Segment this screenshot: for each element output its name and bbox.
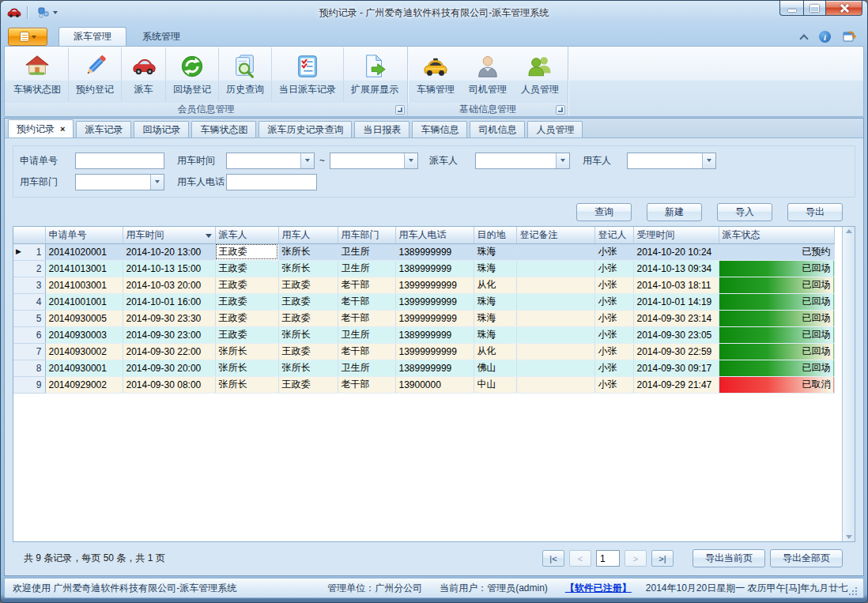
cell-status[interactable]: 已回场: [719, 360, 834, 376]
table-row[interactable]: 7201409300022014-09-30 22:00张所长王政委老干部139…: [13, 343, 834, 360]
cell-destination[interactable]: 珠海: [474, 260, 516, 277]
cell-phone[interactable]: 1389999999: [395, 260, 474, 277]
cell-destination[interactable]: 珠海: [474, 326, 516, 343]
cell-dispatcher[interactable]: 张所长: [215, 376, 278, 393]
cell-use_time[interactable]: 2014-09-30 23:00: [123, 326, 215, 343]
ribbon-tab-system[interactable]: 系统管理: [128, 27, 194, 46]
page-number-input[interactable]: [596, 550, 620, 567]
cell-dispatcher[interactable]: 王政委: [215, 260, 278, 277]
dialog-launcher-icon[interactable]: [556, 105, 565, 115]
cell-registrar[interactable]: 小张: [594, 360, 633, 376]
row-indicator-cell[interactable]: 3: [13, 277, 45, 293]
use-time-to-combo[interactable]: [330, 153, 418, 169]
cell-order_no[interactable]: 20140930002: [45, 343, 123, 360]
cell-passenger[interactable]: 张所长: [278, 260, 338, 277]
cell-accept_time[interactable]: 2014-10-13 09:34: [633, 260, 719, 277]
cell-dept[interactable]: 老干部: [338, 343, 395, 360]
cell-order_no[interactable]: 20140930001: [45, 360, 123, 376]
cell-phone[interactable]: 13999999999: [395, 293, 474, 310]
cell-status[interactable]: 已回场: [719, 260, 834, 277]
table-row[interactable]: 9201409290022014-09-30 08:00张所长王政委老干部139…: [13, 376, 834, 393]
cell-accept_time[interactable]: 2014-09-30 22:59: [633, 343, 719, 360]
cell-dept[interactable]: 卫生所: [338, 326, 395, 343]
table-row[interactable]: 2201410130012014-10-13 15:00王政委张所长卫生所138…: [13, 260, 834, 277]
cell-passenger[interactable]: 张所长: [278, 243, 338, 260]
dropdown-arrow-icon[interactable]: [556, 153, 569, 168]
cell-order_no[interactable]: 20141001001: [45, 293, 123, 310]
cell-status[interactable]: 已回场: [719, 310, 834, 326]
cell-dept[interactable]: 老干部: [338, 293, 395, 310]
cell-destination[interactable]: 从化: [474, 277, 516, 293]
cell-passenger[interactable]: 王政委: [278, 277, 338, 293]
cell-destination[interactable]: 佛山: [474, 360, 516, 376]
ribbon-button-taxi[interactable]: 车辆管理: [409, 47, 462, 102]
cell-registrar[interactable]: 小张: [594, 260, 633, 277]
ribbon-button-house[interactable]: 车辆状态图: [6, 47, 68, 102]
doc-tab-1[interactable]: 预约记录×: [8, 119, 74, 138]
quick-access-icon[interactable]: [38, 7, 49, 18]
ribbon-button-pencil[interactable]: 预约登记: [68, 47, 121, 102]
cell-status[interactable]: 已取消: [719, 376, 834, 393]
cell-destination[interactable]: 珠海: [474, 310, 516, 326]
doc-tab-7[interactable]: 车辆信息: [412, 121, 467, 138]
license-registered-link[interactable]: 【软件已注册】: [565, 582, 632, 595]
cell-use_time[interactable]: 2014-09-30 20:00: [123, 360, 215, 376]
cell-passenger[interactable]: 张所长: [278, 326, 338, 343]
cell-dispatcher[interactable]: 王政委: [215, 293, 278, 310]
cell-use_time[interactable]: 2014-10-13 15:00: [123, 260, 215, 277]
column-header-destination[interactable]: 目的地: [474, 227, 516, 243]
table-row[interactable]: 5201409300052014-09-30 23:30王政委王政委老干部139…: [13, 310, 834, 326]
cell-registrar[interactable]: 小张: [594, 326, 633, 343]
cell-status[interactable]: 已回场: [719, 326, 834, 343]
row-indicator-cell[interactable]: 4: [13, 293, 45, 310]
cell-phone[interactable]: 1389999999: [395, 326, 474, 343]
dispatcher-combo[interactable]: [475, 153, 570, 169]
cell-phone[interactable]: 13900000: [395, 376, 474, 393]
column-header-order_no[interactable]: 申请单号: [45, 227, 123, 243]
column-header-phone[interactable]: 用车人电话: [395, 227, 474, 243]
table-row[interactable]: 4201410010012014-10-01 16:00王政委王政委老干部139…: [13, 293, 834, 310]
cell-status[interactable]: 已回场: [719, 277, 834, 293]
row-indicator-cell[interactable]: 5: [13, 310, 45, 326]
ribbon-button-history-search[interactable]: 历史查询: [218, 47, 271, 102]
cell-accept_time[interactable]: 2014-09-30 09:17: [633, 360, 719, 376]
close-tab-icon[interactable]: ×: [60, 125, 65, 134]
cell-order_no[interactable]: 20140929002: [45, 376, 123, 393]
cell-accept_time[interactable]: 2014-10-01 14:19: [633, 293, 719, 310]
column-header-dept[interactable]: 用车部门: [338, 227, 395, 243]
column-header-passenger[interactable]: 用车人: [278, 227, 338, 243]
collapse-ribbon-icon[interactable]: [799, 34, 808, 43]
cell-accept_time[interactable]: 2014-10-20 10:24: [633, 243, 719, 260]
cell-order_no[interactable]: 20141013001: [45, 260, 123, 277]
column-header-remark[interactable]: 登记备注: [516, 227, 594, 243]
cell-dept[interactable]: 卫生所: [338, 260, 395, 277]
cell-destination[interactable]: 珠海: [474, 243, 516, 260]
dropdown-arrow-icon[interactable]: [404, 153, 417, 168]
ribbon-button-today-list[interactable]: 当日派车记录: [271, 47, 343, 102]
cell-destination[interactable]: 中山: [474, 376, 516, 393]
column-filter-icon[interactable]: [206, 234, 212, 238]
cell-phone[interactable]: 13999999999: [395, 310, 474, 326]
column-header-dispatcher[interactable]: 派车人: [215, 227, 278, 243]
close-button[interactable]: [826, 1, 862, 16]
cell-passenger[interactable]: 张所长: [278, 360, 338, 376]
cell-use_time[interactable]: 2014-10-03 20:00: [123, 277, 215, 293]
ribbon-button-return-arrows[interactable]: 回场登记: [165, 47, 218, 102]
cell-accept_time[interactable]: 2014-09-30 23:05: [633, 326, 719, 343]
cell-dispatcher[interactable]: 王政委: [215, 277, 278, 293]
cell-phone[interactable]: 1389999999: [395, 360, 474, 376]
cell-remark[interactable]: [516, 243, 594, 260]
cell-passenger[interactable]: 王政委: [278, 310, 338, 326]
cell-phone[interactable]: 13999999999: [395, 277, 474, 293]
quick-access-dropdown-icon[interactable]: [53, 11, 58, 14]
doc-tab-6[interactable]: 当日报表: [354, 121, 409, 138]
cell-dispatcher[interactable]: 王政委: [215, 310, 278, 326]
cell-dispatcher[interactable]: 王政委: [215, 326, 278, 343]
about-info-icon[interactable]: [819, 31, 831, 43]
last-page-button[interactable]: >|: [651, 550, 674, 567]
cell-use_time[interactable]: 2014-09-30 22:00: [123, 343, 215, 360]
cell-passenger[interactable]: 王政委: [278, 293, 338, 310]
cell-destination[interactable]: 珠海: [474, 293, 516, 310]
row-indicator-cell[interactable]: 8: [13, 360, 45, 376]
cell-accept_time[interactable]: 2014-09-30 23:14: [633, 310, 719, 326]
